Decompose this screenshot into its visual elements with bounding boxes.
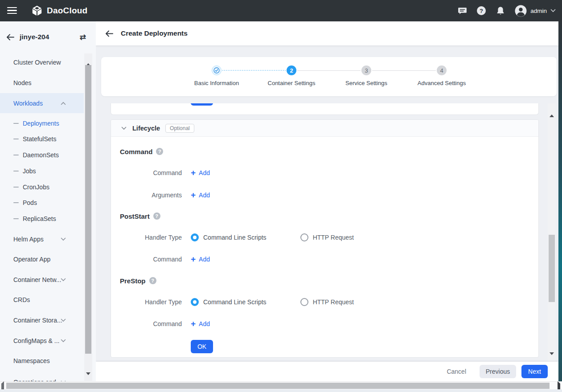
sidebar-item-pods[interactable]: Pods xyxy=(0,195,84,210)
plus-icon: + xyxy=(191,170,196,176)
help-icon[interactable]: ? xyxy=(153,212,160,220)
previous-button[interactable]: Previous xyxy=(480,365,516,378)
cancel-button[interactable]: Cancel xyxy=(447,368,466,375)
user-menu[interactable]: admin xyxy=(515,5,556,17)
dash-icon xyxy=(13,155,19,155)
sidebar-item-nodes[interactable]: Nodes xyxy=(0,73,84,93)
sidebar-item-container-storage[interactable]: Container Stora... xyxy=(0,310,84,330)
notifications-bell-icon[interactable] xyxy=(496,6,505,16)
sidebar-item-deployments[interactable]: Deployments xyxy=(0,116,84,131)
sidebar-item-crds[interactable]: CRDs xyxy=(0,290,84,310)
clipped-ok-button[interactable] xyxy=(191,103,213,106)
scroll-up-arrow[interactable] xyxy=(550,107,554,115)
dash-icon xyxy=(13,171,19,172)
chevron-down-icon xyxy=(61,318,66,322)
step-4-label: Advanced Settings xyxy=(404,80,480,86)
scroll-up-arrow[interactable] xyxy=(86,56,90,64)
help-icon[interactable]: ? xyxy=(149,277,156,284)
lifecycle-section-header[interactable]: Lifecycle Optional xyxy=(111,120,538,137)
ok-button[interactable]: OK xyxy=(191,340,213,353)
field-label: Handler Type xyxy=(111,298,182,306)
add-prestop-command-button[interactable]: +Add xyxy=(191,320,210,327)
plus-icon: + xyxy=(191,321,196,327)
content-scrollbar-thumb[interactable] xyxy=(549,235,555,302)
username-label: admin xyxy=(530,8,547,14)
sidebar-item-container-network[interactable]: Container Netw... xyxy=(0,270,84,290)
step-1-label: Basic Information xyxy=(179,80,254,86)
radio-http-request[interactable] xyxy=(300,298,308,306)
check-icon xyxy=(213,67,220,74)
help-icon[interactable]: ? xyxy=(476,6,486,16)
cluster-name: jinye-204 xyxy=(20,33,49,41)
poststart-section-heading: PostStart ? xyxy=(120,212,160,220)
step-connector xyxy=(372,70,436,71)
dash-icon xyxy=(13,202,19,203)
field-label: Arguments xyxy=(111,192,182,199)
back-arrow-icon[interactable] xyxy=(6,34,14,41)
footer-actions: Cancel Previous Next xyxy=(96,362,558,381)
step-3-label: Service Settings xyxy=(328,80,404,86)
sidebar-item-statefulsets[interactable]: StatefulSets xyxy=(0,131,84,147)
previous-section-card xyxy=(111,103,539,115)
prestop-command-row: Command +Add xyxy=(111,319,538,328)
sidebar-item-cluster-overview[interactable]: Cluster Overview xyxy=(0,53,84,72)
sidebar-item-cronjobs[interactable]: CronJobs xyxy=(0,180,84,195)
sidebar-item-daemonsets[interactable]: DaemonSets xyxy=(0,147,84,163)
back-arrow-icon[interactable] xyxy=(105,30,113,37)
plus-icon: + xyxy=(191,256,196,262)
field-label: Command xyxy=(111,169,182,176)
page-header: Create Deployments xyxy=(96,21,558,45)
sidebar: jinye-204 ⇄ Cluster Overview Nodes Workl… xyxy=(0,21,96,392)
sidebar-item-replicasets[interactable]: ReplicaSets xyxy=(0,211,84,226)
next-button[interactable]: Next xyxy=(521,365,548,378)
radio-http-request[interactable] xyxy=(300,233,308,241)
daocloud-logo-icon xyxy=(31,5,43,16)
sidebar-item-workloads[interactable]: Workloads xyxy=(0,93,84,113)
horizontal-scrollbar-thumb[interactable] xyxy=(6,383,550,389)
lifecycle-card: Lifecycle Optional Command ? Command +Ad… xyxy=(111,119,539,358)
add-command-button[interactable]: +Add xyxy=(191,169,210,176)
radio-command-line-scripts[interactable] xyxy=(191,298,199,306)
collapse-chevron-icon[interactable] xyxy=(121,127,127,130)
dash-icon xyxy=(13,139,19,139)
chevron-down-icon xyxy=(61,278,66,282)
messages-icon[interactable] xyxy=(457,6,467,16)
sidebar-scrollbar[interactable] xyxy=(84,53,92,381)
command-section-heading: Command ? xyxy=(120,147,163,155)
prestop-section-heading: PreStop ? xyxy=(120,277,156,285)
topbar-actions: ? admin xyxy=(457,0,556,21)
field-label: Command xyxy=(111,320,182,327)
add-arguments-button[interactable]: +Add xyxy=(191,192,210,199)
sidebar-item-helm-apps[interactable]: Helm Apps xyxy=(0,229,84,249)
sidebar-header: jinye-204 ⇄ xyxy=(0,29,96,45)
sidebar-item-configmaps[interactable]: ConfigMaps & ... xyxy=(0,331,84,351)
chevron-up-icon xyxy=(61,102,66,105)
chevron-down-icon xyxy=(61,237,66,241)
add-poststart-command-button[interactable]: +Add xyxy=(191,256,210,263)
poststart-handler-type-row: Handler Type Command Line Scripts HTTP R… xyxy=(111,233,538,242)
hamburger-menu-icon[interactable] xyxy=(7,7,17,14)
radio-command-line-scripts[interactable] xyxy=(191,233,199,241)
step-3-circle: 3 xyxy=(361,65,371,75)
optional-badge: Optional xyxy=(165,124,194,133)
sidebar-item-jobs[interactable]: Jobs xyxy=(0,163,84,179)
plus-icon: + xyxy=(191,192,196,198)
help-icon[interactable]: ? xyxy=(156,148,163,155)
brand-name: DaoCloud xyxy=(47,6,87,16)
svg-text:?: ? xyxy=(480,8,483,14)
sidebar-item-operator-app[interactable]: Operator App xyxy=(0,249,84,269)
stepper: 2 3 4 Basic Information Container Settin… xyxy=(101,57,557,96)
step-connector xyxy=(297,70,361,71)
app-window: DaoCloud ? admin xyxy=(0,0,562,392)
window-horizontal-scrollbar[interactable] xyxy=(0,381,562,389)
sidebar-item-namespaces[interactable]: Namespaces xyxy=(0,351,84,371)
top-bar: DaoCloud ? admin xyxy=(0,0,562,21)
main-panel: Create Deployments 2 3 4 Basic Informati… xyxy=(96,21,558,392)
sidebar-scrollbar-thumb[interactable] xyxy=(85,65,91,354)
brand[interactable]: DaoCloud xyxy=(31,0,87,21)
poststart-command-row: Command +Add xyxy=(111,255,538,264)
switch-cluster-icon[interactable]: ⇄ xyxy=(80,33,86,42)
window-vertical-scrollbar[interactable] xyxy=(558,21,562,381)
page-title: Create Deployments xyxy=(121,29,188,37)
content-scrollbar[interactable] xyxy=(548,103,556,362)
